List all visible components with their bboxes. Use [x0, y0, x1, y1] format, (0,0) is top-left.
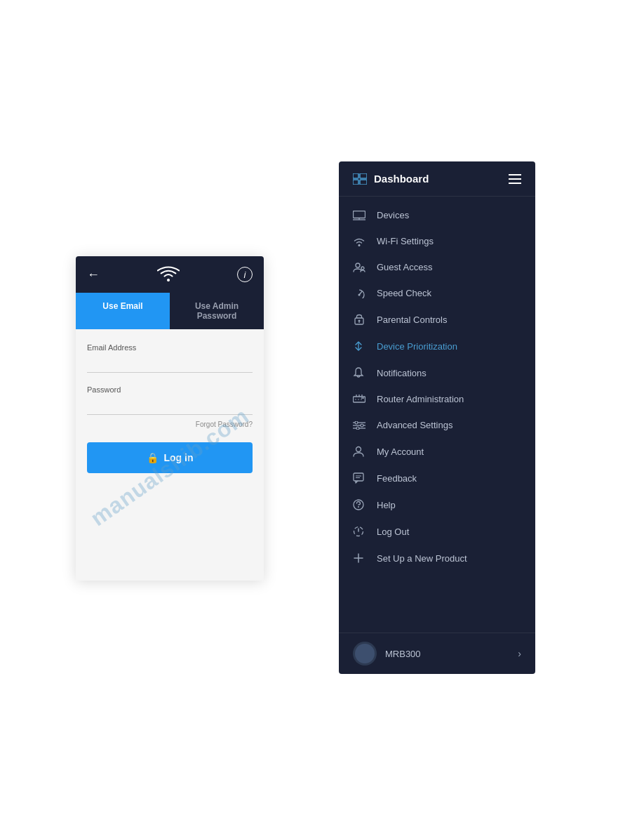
device-avatar-inner [355, 644, 375, 663]
nav-item-router-administration[interactable]: Router Administration [339, 386, 535, 412]
nav-item-wifi-settings[interactable]: Wi-Fi Settings [339, 228, 535, 254]
device-prioritization-label: Device Prioritization [377, 341, 457, 352]
svg-point-9 [356, 263, 360, 267]
set-up-icon [353, 552, 367, 564]
guest-access-icon [353, 263, 367, 272]
svg-point-31 [356, 447, 361, 452]
log-out-label: Log Out [377, 527, 409, 537]
wifi-settings-label: Wi-Fi Settings [377, 236, 434, 246]
nav-item-help[interactable]: Help [339, 491, 535, 518]
nav-item-log-out[interactable]: Log Out [339, 518, 535, 545]
advanced-settings-icon [353, 421, 367, 430]
svg-point-29 [361, 424, 363, 427]
help-icon [353, 499, 367, 510]
email-input[interactable] [87, 356, 253, 373]
speed-check-icon [353, 289, 367, 298]
login-button[interactable]: 🔒 Log in [87, 442, 253, 473]
login-tabs: Use Email Use Admin Password [76, 293, 264, 329]
svg-rect-32 [354, 473, 363, 481]
nav-title: Dashboard [374, 173, 429, 185]
my-account-icon [353, 446, 367, 457]
wifi-settings-icon [353, 237, 367, 246]
router-administration-label: Router Administration [377, 394, 464, 404]
log-out-icon [353, 526, 367, 537]
svg-point-30 [356, 427, 359, 430]
nav-panel: Dashboard Devices [339, 161, 535, 674]
hamburger-line-3 [509, 183, 521, 184]
wifi-icon [157, 266, 180, 283]
nav-item-notifications[interactable]: Notifications [339, 359, 535, 386]
wifi-icon-container [157, 266, 180, 283]
devices-label: Devices [377, 210, 409, 220]
svg-rect-3 [360, 173, 367, 178]
speed-check-label: Speed Check [377, 288, 431, 298]
notifications-icon [353, 367, 367, 378]
svg-point-28 [355, 421, 358, 424]
hamburger-button[interactable] [509, 174, 521, 184]
svg-rect-4 [360, 180, 367, 185]
parental-controls-label: Parental Controls [377, 315, 447, 325]
login-button-label: Log in [164, 452, 194, 463]
dashboard-icon [353, 173, 367, 185]
back-button[interactable]: ← [87, 267, 100, 282]
nav-item-advanced-settings[interactable]: Advanced Settings [339, 412, 535, 438]
svg-point-21 [361, 397, 363, 399]
svg-rect-1 [353, 173, 358, 178]
device-avatar [353, 642, 377, 666]
parental-controls-icon [353, 314, 367, 325]
svg-point-8 [358, 244, 361, 246]
footer-chevron-icon: › [518, 648, 521, 659]
nav-item-set-up-new-product[interactable]: Set Up a New Product [339, 545, 535, 571]
login-panel: ← i Use Email Use Admin Password Email A… [76, 256, 264, 581]
nav-item-devices[interactable]: Devices [339, 202, 535, 228]
nav-item-guest-access[interactable]: Guest Access [339, 254, 535, 280]
svg-point-36 [358, 506, 359, 508]
devices-icon [353, 211, 367, 220]
password-input[interactable] [87, 398, 253, 415]
advanced-settings-label: Advanced Settings [377, 420, 452, 430]
device-prioritization-icon [353, 340, 367, 352]
nav-item-feedback[interactable]: Feedback [339, 465, 535, 491]
svg-point-15 [358, 320, 361, 322]
set-up-new-product-label: Set Up a New Product [377, 553, 467, 564]
nav-items: Devices Wi-Fi Settings [339, 197, 535, 633]
nav-item-speed-check[interactable]: Speed Check [339, 280, 535, 306]
notifications-label: Notifications [377, 368, 427, 378]
router-administration-icon [353, 395, 367, 404]
nav-item-device-prioritization[interactable]: Device Prioritization [339, 333, 535, 359]
nav-item-parental-controls[interactable]: Parental Controls [339, 306, 535, 333]
svg-rect-2 [353, 180, 358, 185]
hamburger-line-1 [509, 174, 521, 176]
info-button[interactable]: i [237, 267, 253, 282]
guest-access-label: Guest Access [377, 262, 432, 272]
nav-footer[interactable]: MRB300 › [339, 633, 535, 674]
svg-point-20 [363, 397, 364, 399]
forgot-password-link[interactable]: Forgot Password? [87, 421, 253, 428]
hamburger-line-2 [509, 178, 521, 180]
use-admin-password-tab[interactable]: Use Admin Password [170, 293, 264, 329]
lock-icon: 🔒 [147, 452, 159, 463]
svg-point-10 [361, 267, 364, 270]
help-label: Help [377, 500, 396, 510]
my-account-label: My Account [377, 446, 424, 457]
svg-point-13 [358, 293, 361, 296]
svg-point-0 [167, 279, 170, 282]
feedback-icon [353, 472, 367, 484]
nav-item-my-account[interactable]: My Account [339, 438, 535, 465]
email-label: Email Address [87, 343, 253, 352]
login-header: ← i [76, 256, 264, 293]
nav-header-left: Dashboard [353, 173, 429, 185]
feedback-label: Feedback [377, 473, 417, 484]
svg-rect-5 [354, 211, 365, 218]
login-form: Email Address Password Forgot Password? … [76, 329, 264, 581]
use-email-tab[interactable]: Use Email [76, 293, 170, 329]
device-name-label: MRB300 [385, 649, 509, 659]
password-label: Password [87, 385, 253, 394]
nav-header: Dashboard [339, 161, 535, 197]
